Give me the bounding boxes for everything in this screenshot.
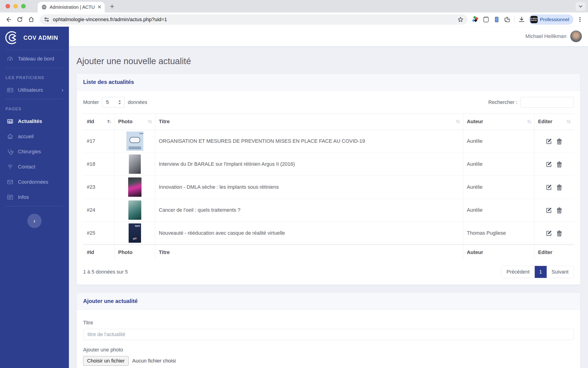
downloads-icon[interactable] bbox=[518, 16, 525, 23]
column-header-auteur[interactable]: Auteur bbox=[463, 114, 534, 130]
sidebar-section-praticiens: LES PRATICIENS bbox=[0, 69, 69, 83]
pagination-next-button[interactable]: Suivant bbox=[547, 266, 573, 278]
delete-trash-icon[interactable] bbox=[556, 184, 562, 191]
cell-titre: Cancer de l'oeil : quels traitements ? bbox=[155, 199, 463, 221]
minimize-window-button[interactable] bbox=[13, 4, 18, 9]
delete-trash-icon[interactable] bbox=[556, 230, 562, 237]
home-icon[interactable] bbox=[27, 15, 36, 24]
pagination-previous-button[interactable]: Précédent bbox=[501, 266, 535, 278]
chevron-left-icon: ‹ bbox=[34, 217, 36, 225]
search-label: Rechercher : bbox=[488, 99, 517, 105]
choose-file-button[interactable]: Choisir un fichier bbox=[83, 356, 129, 366]
sidebar-collapse-button[interactable]: ‹ bbox=[27, 214, 42, 228]
edit-pencil-icon[interactable] bbox=[545, 230, 552, 237]
brand[interactable]: COV ADMIN bbox=[0, 27, 69, 48]
cell-photo bbox=[114, 153, 155, 176]
sidebar-item-utilisateurs[interactable]: Utilisateurs › bbox=[0, 83, 69, 98]
sidebar-item-label: Actualités bbox=[18, 118, 42, 124]
extension-diamonds-icon[interactable] bbox=[472, 16, 479, 23]
sort-icon[interactable] bbox=[455, 119, 461, 124]
table-row[interactable]: #25 eyes Nouveauté - rééducation avec ca… bbox=[83, 221, 574, 245]
cell-id: #23 bbox=[83, 176, 114, 199]
id-card-icon bbox=[7, 87, 13, 93]
delete-trash-icon[interactable] bbox=[556, 138, 562, 145]
file-status-text: Aucun fichier choisi bbox=[132, 358, 176, 364]
user-name[interactable]: Michael Heilikman bbox=[525, 33, 566, 39]
extensions-puzzle-icon[interactable] bbox=[504, 16, 511, 23]
pagination-page-1-button[interactable]: 1 bbox=[535, 266, 547, 278]
table-footer-row: #Id Photo Titre Auteur Editer bbox=[83, 245, 574, 260]
bookmark-star-icon[interactable] bbox=[457, 16, 464, 23]
reload-icon[interactable] bbox=[15, 15, 24, 24]
delete-trash-icon[interactable] bbox=[556, 161, 562, 167]
table-row[interactable]: #24 Cancer de l'oeil : quels traitements… bbox=[83, 199, 574, 221]
page-length-value: 5 bbox=[106, 99, 109, 105]
news-photo-thumbnail: eyes bbox=[129, 223, 141, 243]
cov-logo-icon bbox=[5, 30, 20, 45]
edit-pencil-icon[interactable] bbox=[545, 138, 552, 145]
sort-icon-active-asc[interactable] bbox=[107, 119, 112, 124]
titre-label: Titre bbox=[83, 320, 574, 326]
cell-editer bbox=[534, 221, 574, 245]
site-info-tune-icon[interactable] bbox=[44, 17, 50, 23]
tab-search-chevron-button[interactable] bbox=[576, 2, 586, 11]
cell-photo: eyes bbox=[114, 221, 155, 245]
brand-name: COV ADMIN bbox=[23, 35, 58, 41]
list-card-header: Liste des actualités bbox=[77, 74, 580, 91]
zoom-window-button[interactable] bbox=[21, 4, 26, 9]
titre-input[interactable] bbox=[83, 329, 574, 340]
search-input[interactable] bbox=[520, 97, 574, 108]
edit-pencil-icon[interactable] bbox=[545, 207, 552, 213]
edit-pencil-icon[interactable] bbox=[545, 184, 552, 191]
extension-phone-icon[interactable] bbox=[493, 16, 500, 23]
sidebar-item-chirurgies[interactable]: Chirurgies bbox=[0, 144, 69, 159]
browser-tab[interactable]: Administration | ACTUALITÉS ✕ bbox=[38, 2, 105, 12]
delete-trash-icon[interactable] bbox=[556, 207, 562, 213]
close-window-button[interactable] bbox=[6, 4, 10, 9]
table-row[interactable]: #18 Interview du Dr BARALE sur l'implant… bbox=[83, 153, 574, 176]
extension-ruler-icon[interactable] bbox=[482, 16, 490, 23]
divider bbox=[6, 206, 63, 206]
new-tab-button[interactable]: + bbox=[110, 2, 114, 11]
url-text[interactable]: ophtalmologie-vincennes.fr/admin/actus.p… bbox=[53, 17, 454, 23]
cell-id: #25 bbox=[83, 221, 114, 245]
sidebar-item-tableau-de-bord[interactable]: Tableau de bord bbox=[0, 51, 69, 66]
sort-icon[interactable] bbox=[147, 119, 153, 124]
column-label: Editer bbox=[538, 119, 552, 124]
profile-logo: LE BEAU DIGITAL bbox=[530, 16, 538, 23]
cell-auteur: Aurélie bbox=[463, 130, 534, 153]
back-icon[interactable] bbox=[4, 15, 13, 24]
table-row[interactable]: #23 Innovation - DMLA sèche : les implan… bbox=[83, 176, 574, 199]
sidebar-item-coordonnees[interactable]: Coordonnées bbox=[0, 175, 69, 190]
news-photo-thumbnail bbox=[128, 201, 141, 220]
cell-titre: Nouveauté - rééducation avec casque de r… bbox=[155, 221, 463, 245]
photo-caption: Covid 19 bbox=[135, 132, 143, 134]
avatar[interactable] bbox=[570, 30, 582, 42]
sort-icon[interactable] bbox=[526, 119, 532, 124]
table-row[interactable]: #17 Covid 19 ORGANISATION ET MESURES DE … bbox=[83, 130, 574, 153]
page-length-select[interactable]: 5 bbox=[102, 97, 125, 108]
edit-pencil-icon[interactable] bbox=[545, 161, 552, 167]
cell-titre: Interview du Dr BARALE sur l'implant rét… bbox=[155, 153, 463, 176]
sidebar-item-infos[interactable]: Infos bbox=[0, 190, 69, 205]
sidebar-item-actualites[interactable]: Actualités bbox=[0, 114, 69, 129]
cell-titre: Innovation - DMLA sèche : les implants s… bbox=[155, 176, 463, 199]
tab-close-icon[interactable]: ✕ bbox=[97, 4, 101, 10]
browser-profile-chip[interactable]: LE BEAU DIGITAL Professionnel bbox=[529, 14, 573, 25]
newspaper-icon bbox=[7, 118, 13, 125]
column-header-photo[interactable]: Photo bbox=[114, 114, 155, 130]
sidebar-item-label: Coordonnées bbox=[18, 179, 48, 185]
news-photo-thumbnail: Covid 19 bbox=[126, 131, 143, 151]
column-header-id[interactable]: #Id bbox=[83, 114, 114, 130]
column-label: Auteur bbox=[467, 119, 483, 124]
cell-id: #17 bbox=[83, 130, 114, 153]
mask-graphic bbox=[130, 137, 140, 143]
browser-menu-kebab-icon[interactable] bbox=[577, 17, 583, 23]
list-card: Liste des actualités Monter 5 d bbox=[77, 74, 580, 285]
column-header-editer[interactable]: Editer bbox=[534, 114, 574, 130]
sidebar-item-accueil[interactable]: accueil bbox=[0, 129, 69, 144]
sort-icon[interactable] bbox=[566, 119, 571, 124]
column-header-titre[interactable]: Titre bbox=[155, 114, 463, 130]
address-bar[interactable]: ophtalmologie-vincennes.fr/admin/actus.p… bbox=[40, 14, 467, 25]
sidebar-item-contact[interactable]: Contact bbox=[0, 159, 69, 175]
